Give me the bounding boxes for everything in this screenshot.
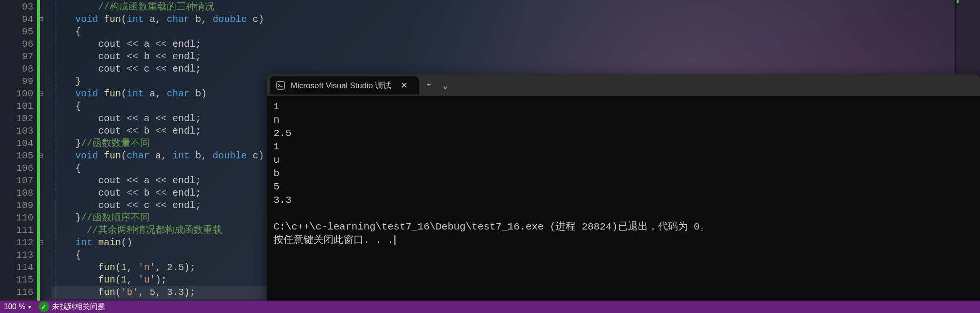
line-number: 108 (0, 187, 37, 199)
line-number: 111 (0, 224, 37, 237)
line-number: 113 (0, 249, 37, 261)
close-tab-button[interactable]: ✕ (396, 77, 412, 94)
code-line[interactable]: │ void fun(int a, char b, double c) (51, 13, 980, 26)
line-number: 99 (0, 75, 37, 88)
terminal-tab-title: Microsoft Visual Studio 调试 (291, 80, 391, 91)
line-number: 115 (0, 274, 37, 286)
line-number: 110 (0, 212, 37, 224)
line-number: 93 (0, 1, 37, 13)
code-line[interactable]: │ //构成函数重载的三种情况 (51, 1, 980, 13)
line-number: 104 (0, 137, 37, 150)
line-number: 103 (0, 125, 37, 137)
line-number: 102 (0, 113, 37, 125)
status-bar[interactable]: 100 % ▼ ✓ 未找到相关问题 (0, 301, 980, 313)
line-number: 112 (0, 237, 37, 249)
line-number: 106 (0, 162, 37, 175)
plus-icon: + (426, 81, 432, 90)
line-number: 94 (0, 13, 37, 26)
tab-dropdown-button[interactable]: ⌄ (437, 77, 453, 94)
code-line[interactable]: │ { (51, 26, 980, 38)
scrollbar-change-mark (957, 0, 959, 3)
line-number: 97 (0, 51, 37, 63)
zoom-level[interactable]: 100 % (4, 303, 25, 311)
terminal-titlebar[interactable]: Microsoft Visual Studio 调试 ✕ + ⌄ (267, 74, 980, 96)
terminal-tab[interactable]: Microsoft Visual Studio 调试 ✕ (270, 76, 419, 94)
line-number: 96 (0, 38, 37, 51)
line-number: 100 (0, 88, 37, 100)
cmd-icon (275, 80, 286, 91)
chevron-down-icon: ⌄ (443, 80, 448, 91)
line-number: 109 (0, 199, 37, 212)
indent-margin (45, 0, 51, 313)
code-line[interactable]: │ cout << a << endl; (51, 38, 980, 51)
line-number: 101 (0, 100, 37, 113)
no-issues-icon: ✓ (39, 302, 49, 312)
line-number: 98 (0, 63, 37, 75)
line-number-gutter: 9394959697989910010110210310410510610710… (0, 0, 37, 313)
line-number: 105 (0, 150, 37, 162)
code-line[interactable]: │ cout << c << endl; (51, 63, 980, 75)
terminal-cursor (394, 235, 395, 245)
code-line[interactable]: │ cout << b << endl; (51, 51, 980, 63)
issues-text[interactable]: 未找到相关问题 (52, 302, 105, 312)
new-tab-button[interactable]: + (421, 77, 437, 94)
terminal-output[interactable]: 1 n 2.5 1 u b 5 3.3 C:\c++\c-learning\te… (267, 96, 980, 313)
line-number: 95 (0, 26, 37, 38)
close-icon: ✕ (401, 80, 408, 91)
line-number: 116 (0, 286, 37, 299)
change-indicator-bar (37, 0, 40, 313)
svg-rect-0 (277, 82, 284, 89)
line-number: 114 (0, 261, 37, 274)
line-number: 107 (0, 175, 37, 187)
terminal-window[interactable]: Microsoft Visual Studio 调试 ✕ + ⌄ 1 n 2.5… (267, 74, 980, 313)
zoom-chevron-icon[interactable]: ▼ (27, 304, 32, 310)
